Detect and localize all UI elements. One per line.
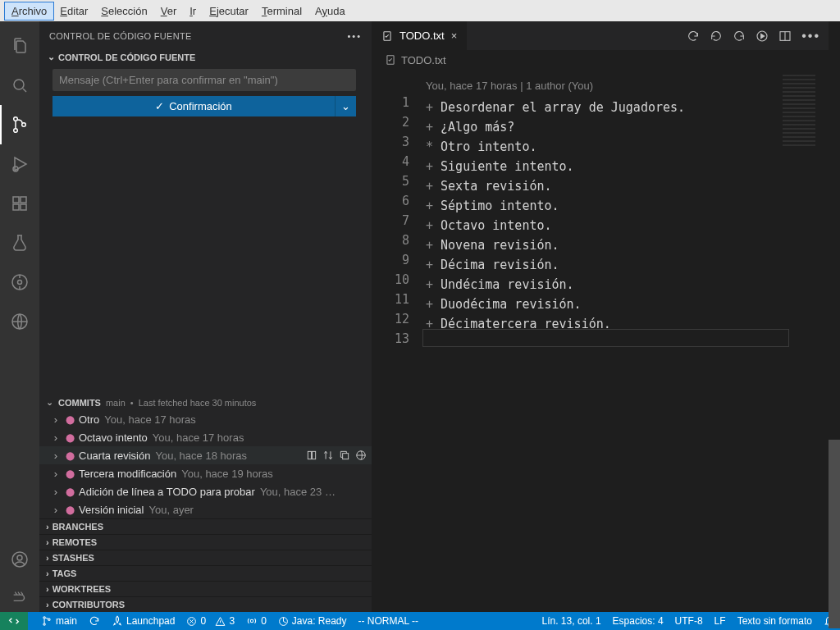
- commit-row[interactable]: ›⬤Tercera modificación You, hace 19 hora…: [39, 464, 372, 482]
- section-tags[interactable]: ›TAGS: [39, 565, 372, 581]
- commit-message: Octavo intento: [79, 431, 148, 444]
- editor-body[interactable]: 12345678910111213 You, hace 17 horas | 1…: [372, 70, 829, 612]
- status-language[interactable]: Texto sin formato: [737, 615, 812, 627]
- line-number: 4: [372, 152, 409, 171]
- testing-icon[interactable]: [0, 223, 39, 262]
- commit-button[interactable]: ✓ Confirmación: [52, 96, 335, 116]
- menu-terminal[interactable]: Terminal: [255, 2, 308, 20]
- status-launchpad[interactable]: Launchpad: [112, 615, 175, 627]
- code-line[interactable]: + Octavo intento.: [422, 216, 829, 235]
- code-line[interactable]: * Otro intento.: [422, 137, 829, 157]
- remote-indicator[interactable]: [0, 612, 28, 630]
- scm-provider-label: CONTROL DE CÓDIGO FUENTE: [58, 52, 195, 62]
- breadcrumb[interactable]: TODO.txt: [372, 50, 829, 70]
- accounts-icon[interactable]: [0, 540, 39, 579]
- scrollbar-thumb[interactable]: [829, 440, 840, 628]
- svg-rect-16: [343, 454, 349, 459]
- run-icon[interactable]: [756, 30, 769, 43]
- tab-bar: TODO.txt × •••: [372, 21, 829, 50]
- commit-message-input[interactable]: [52, 69, 356, 91]
- settings-icon[interactable]: [0, 579, 39, 612]
- code-line[interactable]: + Desordenar el array de Jugadores.: [422, 98, 829, 117]
- commit-dropdown[interactable]: ⌄: [335, 96, 356, 116]
- code-lens[interactable]: You, hace 17 horas | 1 author (You): [422, 76, 829, 96]
- menu-selección[interactable]: Selección: [94, 2, 153, 20]
- code-line[interactable]: + Séptimo intento.: [422, 196, 829, 216]
- editor-scrollbar[interactable]: [829, 21, 840, 612]
- status-spaces[interactable]: Espacios: 4: [613, 615, 664, 627]
- commit-message: Cuarta revisión: [79, 450, 150, 462]
- chevron-right-icon: ›: [51, 486, 61, 498]
- code-line[interactable]: + Siguiente intento.: [422, 157, 829, 176]
- source-control-icon[interactable]: [0, 105, 39, 144]
- compare-icon[interactable]: [322, 450, 334, 461]
- svg-point-22: [43, 617, 45, 619]
- line-number: 6: [372, 191, 409, 211]
- gitlens-icon[interactable]: [0, 262, 39, 302]
- prev-change-icon[interactable]: [710, 30, 723, 43]
- chevron-right-icon: ›: [51, 468, 61, 480]
- commit-row[interactable]: ›⬤Cuarta revisión You, hace 18 horas: [39, 446, 372, 464]
- section-remotes[interactable]: ›REMOTES: [39, 534, 372, 550]
- status-java-label: Java: Ready: [292, 615, 347, 627]
- code-line[interactable]: + Novena revisión.: [422, 235, 829, 255]
- commit-row[interactable]: ›⬤Octavo intento You, hace 17 horas: [39, 428, 372, 446]
- menu-ayuda[interactable]: Ayuda: [308, 2, 352, 20]
- status-ports-label: 0: [261, 615, 267, 627]
- search-icon[interactable]: [0, 66, 39, 105]
- svg-point-10: [18, 281, 22, 285]
- section-worktrees[interactable]: ›WORKTREES: [39, 581, 372, 596]
- explorer-icon[interactable]: [0, 26, 39, 66]
- section-branches[interactable]: ›BRANCHES: [39, 518, 372, 534]
- code-line[interactable]: + Duodécima revisión.: [422, 294, 829, 314]
- revert-icon[interactable]: [687, 30, 700, 43]
- section-stashes[interactable]: ›STASHES: [39, 550, 372, 565]
- more-icon[interactable]: •••: [347, 31, 362, 41]
- remote-explorer-icon[interactable]: [0, 302, 39, 341]
- tab-todo[interactable]: TODO.txt ×: [372, 21, 468, 50]
- commit-row[interactable]: ›⬤Adición de línea a TODO para probar Yo…: [39, 482, 372, 500]
- commit-meta: You, hace 17 horas: [153, 431, 244, 444]
- chevron-right-icon: ›: [51, 450, 61, 462]
- open-changes-icon[interactable]: [306, 450, 317, 461]
- code-line[interactable]: + Sexta revisión.: [422, 176, 829, 196]
- commits-header[interactable]: ⌄ COMMITS main • Last fetched hace 30 mi…: [39, 395, 372, 410]
- extensions-icon[interactable]: [0, 184, 39, 223]
- chevron-right-icon: ›: [51, 431, 61, 444]
- status-encoding[interactable]: UTF-8: [675, 615, 703, 627]
- code-line[interactable]: + Undécima revisión.: [422, 275, 829, 294]
- status-java[interactable]: Java: Ready: [278, 615, 347, 627]
- menu-ejecutar[interactable]: Ejecutar: [203, 2, 255, 20]
- commit-row[interactable]: ›⬤Versión inicial You, ayer: [39, 500, 372, 518]
- next-change-icon[interactable]: [733, 30, 746, 43]
- status-position[interactable]: Lín. 13, col. 1: [542, 615, 601, 627]
- commit-message: Otro: [79, 413, 99, 426]
- status-sync[interactable]: [89, 615, 100, 627]
- sidebar-title: CONTROL DE CÓDIGO FUENTE: [49, 31, 192, 41]
- commit-message: Adición de línea a TODO para probar: [79, 486, 255, 498]
- code-line[interactable]: + ¿Algo más?: [422, 117, 829, 137]
- section-contributors[interactable]: ›CONTRIBUTORS: [39, 596, 372, 612]
- tab-label: TODO.txt: [399, 30, 445, 42]
- code-line[interactable]: + Décima revisión.: [422, 255, 829, 275]
- status-eol[interactable]: LF: [714, 615, 726, 627]
- scm-provider-header[interactable]: ⌄ CONTROL DE CÓDIGO FUENTE: [44, 50, 367, 64]
- commit-row[interactable]: ›⬤Otro You, hace 17 horas: [39, 410, 372, 428]
- split-editor-icon[interactable]: [778, 30, 792, 43]
- status-problems[interactable]: 0 3: [186, 615, 235, 627]
- status-ports[interactable]: 0: [246, 615, 267, 627]
- menu-editar[interactable]: Editar: [53, 2, 94, 20]
- line-number: 2: [372, 112, 409, 132]
- menu-ver[interactable]: Ver: [154, 2, 184, 20]
- activity-bar: [0, 21, 39, 612]
- minimap[interactable]: [783, 75, 815, 148]
- run-debug-icon[interactable]: [0, 144, 39, 184]
- copy-icon[interactable]: [339, 450, 350, 461]
- menu-ir[interactable]: Ir: [183, 2, 203, 20]
- globe-icon[interactable]: [355, 450, 367, 461]
- status-branch[interactable]: main: [41, 615, 77, 627]
- more-icon[interactable]: •••: [801, 29, 820, 43]
- commit-message: Tercera modificación: [79, 468, 176, 480]
- menu-archivo[interactable]: Archivo: [5, 2, 53, 20]
- close-icon[interactable]: ×: [451, 30, 458, 42]
